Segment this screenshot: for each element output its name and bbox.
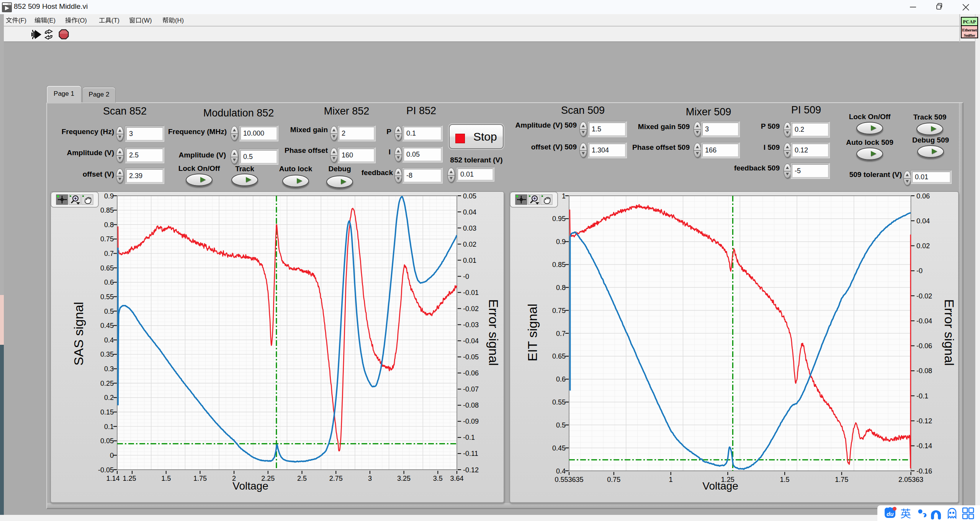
svg-text:1.75: 1.75 — [193, 475, 207, 482]
svg-text:0.8: 0.8 — [104, 221, 114, 229]
svg-text:-0: -0 — [916, 267, 923, 275]
svg-text:SAS signal: SAS signal — [71, 302, 86, 365]
svg-text:3: 3 — [368, 475, 372, 482]
svg-text:0.4: 0.4 — [104, 336, 114, 344]
svg-text:0: 0 — [110, 452, 114, 459]
svg-text:-0.12: -0.12 — [916, 417, 932, 425]
svg-text:(H): (H) — [175, 17, 184, 24]
svg-text:0.55: 0.55 — [552, 398, 566, 406]
svg-text:0.04: 0.04 — [463, 208, 476, 216]
svg-text:0.65: 0.65 — [552, 352, 566, 360]
svg-text:-0.1: -0.1 — [916, 392, 928, 400]
svg-text:1.75: 1.75 — [835, 476, 848, 483]
svg-text:0.25: 0.25 — [100, 380, 114, 387]
svg-text:-0.11: -0.11 — [463, 450, 478, 457]
svg-text:-0.07: -0.07 — [463, 385, 479, 393]
svg-text:-0.05: -0.05 — [98, 466, 114, 474]
svg-text:0.3: 0.3 — [104, 365, 114, 373]
svg-text:0.35: 0.35 — [100, 351, 114, 358]
svg-text:-0.02: -0.02 — [463, 305, 479, 313]
svg-text:-0.01: -0.01 — [463, 289, 479, 297]
svg-text:(O): (O) — [78, 17, 87, 24]
svg-text:-0.08: -0.08 — [463, 401, 479, 409]
svg-text:1: 1 — [669, 476, 673, 483]
svg-text:0.45: 0.45 — [552, 444, 566, 452]
svg-text:-0.03: -0.03 — [463, 321, 479, 329]
svg-text:0.75: 0.75 — [100, 235, 114, 243]
svg-text:0.04: 0.04 — [916, 217, 930, 225]
svg-text:Error signal: Error signal — [486, 299, 501, 366]
svg-text:0.1: 0.1 — [104, 423, 114, 431]
svg-text:-0.06: -0.06 — [916, 342, 932, 350]
svg-text:0.4: 0.4 — [556, 467, 566, 475]
svg-text:0.15: 0.15 — [100, 408, 114, 416]
svg-text:0.95: 0.95 — [552, 215, 566, 223]
svg-text:0.65: 0.65 — [100, 264, 114, 272]
svg-text:2.05363: 2.05363 — [898, 476, 923, 483]
svg-text:-0.09: -0.09 — [463, 418, 479, 425]
svg-text:(E): (E) — [47, 17, 56, 24]
svg-text:0.02: 0.02 — [463, 241, 476, 248]
svg-text:du: du — [887, 511, 893, 517]
svg-text:0.45: 0.45 — [100, 322, 114, 329]
svg-text:0.8: 0.8 — [556, 284, 566, 292]
svg-text:0.9: 0.9 — [104, 192, 114, 200]
svg-text:-0.16: -0.16 — [916, 467, 932, 475]
svg-text:-0.12: -0.12 — [463, 466, 479, 474]
svg-text:0.02: 0.02 — [916, 242, 930, 250]
svg-text:EIT signal: EIT signal — [525, 304, 540, 362]
svg-text:0.5: 0.5 — [556, 421, 566, 429]
svg-text:Voltage: Voltage — [702, 480, 738, 492]
svg-text:1.25: 1.25 — [123, 475, 136, 482]
svg-text:3.25: 3.25 — [397, 475, 411, 482]
svg-text:0.05: 0.05 — [100, 437, 114, 445]
svg-text:-0.06: -0.06 — [463, 369, 479, 377]
svg-text:0.7: 0.7 — [556, 330, 566, 338]
svg-text:-0.04: -0.04 — [463, 337, 479, 345]
svg-text:0.85: 0.85 — [552, 261, 566, 269]
svg-text:0.7: 0.7 — [104, 250, 114, 257]
svg-text:0.06: 0.06 — [916, 192, 930, 200]
svg-text:0.05: 0.05 — [463, 192, 476, 200]
svg-text:0.75: 0.75 — [552, 307, 566, 315]
svg-text:0.01: 0.01 — [463, 257, 476, 264]
svg-text:1.5: 1.5 — [780, 476, 790, 483]
svg-text:0.75: 0.75 — [607, 476, 620, 483]
svg-text:0.55: 0.55 — [100, 293, 114, 301]
svg-text:0.85: 0.85 — [100, 206, 114, 214]
svg-text:0.5: 0.5 — [104, 308, 114, 315]
svg-text:Error signal: Error signal — [942, 299, 957, 366]
svg-text:(T): (T) — [111, 17, 119, 24]
svg-text:2.5: 2.5 — [297, 475, 307, 482]
svg-text:0.03: 0.03 — [463, 224, 476, 232]
svg-text:3.5: 3.5 — [433, 475, 443, 482]
svg-text:-0.04: -0.04 — [916, 317, 932, 325]
svg-text:-0.02: -0.02 — [916, 292, 932, 300]
svg-text:-0.1: -0.1 — [463, 434, 475, 441]
svg-text:0.553635: 0.553635 — [555, 476, 583, 483]
svg-text:0.6: 0.6 — [104, 279, 114, 286]
svg-text:1: 1 — [562, 192, 566, 200]
svg-text:2.75: 2.75 — [329, 475, 343, 482]
svg-text:-0: -0 — [463, 273, 469, 280]
svg-text:3.64: 3.64 — [450, 475, 463, 482]
svg-text:(W): (W) — [142, 17, 152, 24]
svg-text:Voltage: Voltage — [232, 480, 268, 492]
svg-text:-0.14: -0.14 — [916, 442, 932, 450]
svg-text:0.9: 0.9 — [556, 238, 566, 246]
svg-text:0.6: 0.6 — [556, 375, 566, 383]
svg-text:-0.05: -0.05 — [463, 353, 479, 361]
svg-text:1.14: 1.14 — [106, 475, 119, 482]
svg-text:1.5: 1.5 — [161, 475, 171, 482]
svg-text:0.2: 0.2 — [104, 394, 114, 401]
svg-text:-0.08: -0.08 — [916, 367, 932, 375]
svg-text:(F): (F) — [18, 17, 26, 24]
